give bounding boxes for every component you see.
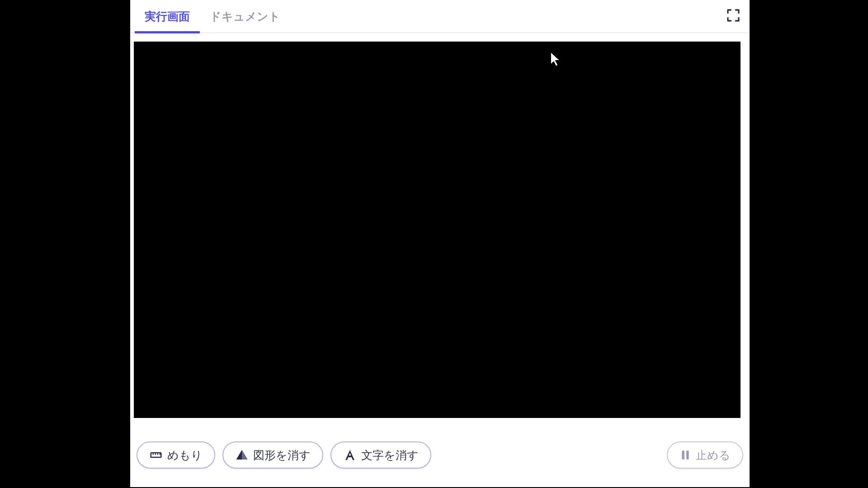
- tab-run-label: 実行画面: [145, 9, 190, 24]
- main-panel: 実行画面 ドキュメント: [130, 0, 750, 487]
- ruler-icon: [149, 448, 163, 462]
- tabs-bar: 実行画面 ドキュメント: [130, 0, 750, 33]
- ruler-button[interactable]: めもり: [137, 441, 215, 469]
- text-icon: [343, 448, 357, 462]
- canvas-area[interactable]: [134, 42, 741, 418]
- fullscreen-icon: [726, 8, 741, 24]
- fullscreen-button[interactable]: [725, 8, 741, 24]
- ruler-button-label: めもり: [167, 448, 203, 463]
- tab-run[interactable]: 実行画面: [135, 0, 200, 33]
- stop-button[interactable]: 止める: [667, 441, 743, 469]
- toolbar-bottom: めもり 図形を消す 文字を消す: [137, 439, 743, 471]
- clear-shapes-button[interactable]: 図形を消す: [222, 441, 323, 469]
- stop-button-label: 止める: [696, 448, 731, 463]
- svg-rect-5: [682, 450, 684, 460]
- triangle-icon: [235, 448, 249, 462]
- clear-text-button[interactable]: 文字を消す: [330, 441, 431, 469]
- app-frame: 実行画面 ドキュメント: [0, 0, 868, 488]
- pause-icon: [679, 449, 691, 461]
- clear-text-button-label: 文字を消す: [361, 448, 419, 463]
- tab-document[interactable]: ドキュメント: [200, 0, 290, 33]
- clear-shapes-button-label: 図形を消す: [253, 448, 311, 463]
- svg-rect-6: [686, 450, 689, 460]
- cursor-icon: [550, 52, 562, 69]
- tab-document-label: ドキュメント: [210, 9, 280, 24]
